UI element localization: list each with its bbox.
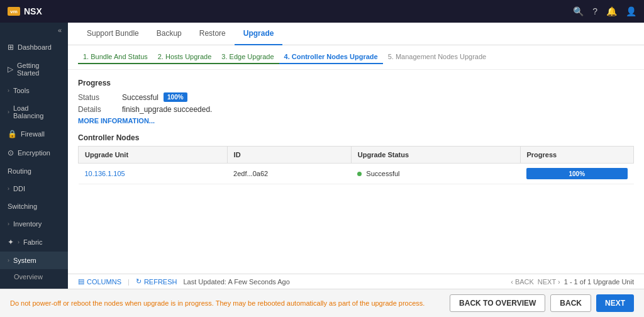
topbar-icons: 🔍 ? 🔔 👤	[573, 6, 636, 16]
dashboard-icon: ⊞	[8, 43, 14, 52]
sidebar-item-label: Tools	[13, 87, 30, 94]
help-icon[interactable]: ?	[592, 6, 597, 16]
sidebar-item-label: Encryption	[18, 149, 50, 157]
expand-icon: ›	[8, 257, 9, 264]
step-bundle-status[interactable]: 1. Bundle And Status	[78, 50, 153, 64]
timestamp-label: Last Updated: A Few Seconds Ago	[183, 278, 289, 286]
cell-progress: 100%	[520, 164, 634, 184]
back-to-overview-button[interactable]: BACK TO OVERVIEW	[450, 294, 545, 312]
controller-nodes-section: Controller Nodes Upgrade Unit ID Upgrade…	[78, 133, 634, 184]
search-icon[interactable]: 🔍	[573, 6, 584, 16]
logo: vm NSX	[8, 6, 42, 16]
main-content-area: Support Bundle Backup Restore Upgrade 1.…	[68, 23, 644, 289]
columns-button[interactable]: ▤ COLUMNS	[78, 277, 121, 286]
sidebar-item-label: Inventory	[13, 220, 42, 228]
status-row: Status Successful 100%	[78, 92, 634, 102]
sidebar-item-label: Switching	[8, 203, 37, 210]
sidebar-item-ddi[interactable]: › DDI	[0, 180, 68, 197]
cell-upgrade-unit: 10.136.1.105	[79, 164, 228, 184]
status-dot-icon	[357, 172, 362, 176]
firewall-icon: 🔒	[8, 130, 17, 138]
sidebar-item-load-balancing[interactable]: › Load Balancing	[0, 99, 68, 125]
pagination-next-btn[interactable]: NEXT ›	[538, 278, 560, 286]
step-hosts-upgrade[interactable]: 2. Hosts Upgrade	[153, 50, 217, 64]
tab-upgrade[interactable]: Upgrade	[235, 23, 283, 45]
tab-support-bundle[interactable]: Support Bundle	[78, 23, 148, 45]
footer-warning: Do not power-off or reboot the nodes whe…	[10, 299, 425, 307]
expand-icon: ›	[8, 186, 9, 192]
table-header-row: Upgrade Unit ID Upgrade Status Progress	[79, 147, 634, 164]
status-value: Successful	[122, 93, 158, 102]
controller-nodes-table: Upgrade Unit ID Upgrade Status Progress …	[78, 146, 634, 184]
progress-badge: 100%	[164, 92, 187, 102]
cell-status: Successful	[351, 164, 520, 184]
getting-started-icon: ▷	[8, 65, 13, 74]
sidebar-item-label: Routing	[8, 167, 31, 175]
sidebar-item-label: Dashboard	[18, 43, 52, 51]
details-row: Details finish_upgrade succeeded.	[78, 105, 634, 114]
step-management-upgrade[interactable]: 5. Management Nodes Upgrade	[383, 50, 492, 64]
sidebar-item-label: Firewall	[21, 130, 45, 138]
sidebar-sub-label: Overview	[14, 273, 43, 281]
sidebar-sub-item-overview[interactable]: Overview	[0, 269, 68, 284]
pagination-count: 1 - 1 of 1 Upgrade Unit	[564, 278, 634, 286]
details-value: finish_upgrade succeeded.	[122, 105, 212, 114]
sidebar-item-switching[interactable]: Switching	[0, 197, 68, 215]
pagination: ‹ BACK NEXT › 1 - 1 of 1 Upgrade Unit	[511, 278, 634, 286]
pagination-back-btn[interactable]: ‹ BACK	[511, 278, 534, 286]
vm-icon: vm	[8, 7, 20, 16]
cell-id: 2edf...0a62	[227, 164, 351, 184]
bell-icon[interactable]: 🔔	[606, 6, 617, 16]
more-info-link[interactable]: MORE INFORMATION...	[78, 117, 634, 125]
sidebar-item-label: Getting Started	[17, 62, 60, 77]
sidebar-item-firewall[interactable]: 🔒 Firewall	[0, 125, 68, 143]
sidebar-item-fabric[interactable]: ✦ › Fabric	[0, 233, 68, 252]
sidebar-item-getting-started[interactable]: ▷ Getting Started	[0, 57, 68, 82]
page-content: Progress Status Successful 100% Details …	[68, 70, 644, 274]
step-controller-upgrade[interactable]: 4. Controller Nodes Upgrade	[279, 50, 383, 64]
columns-icon: ▤	[78, 277, 84, 286]
sidebar-item-encryption[interactable]: ⊙ Encryption	[0, 143, 68, 162]
sidebar: « ⊞ Dashboard ▷ Getting Started › Tools …	[0, 23, 68, 289]
sidebar-item-inventory[interactable]: › Inventory	[0, 215, 68, 233]
topbar: vm NSX 🔍 ? 🔔 👤	[0, 0, 644, 23]
table-row: 10.136.1.105 2edf...0a62 Successful 100%	[79, 164, 634, 184]
col-upgrade-unit: Upgrade Unit	[79, 147, 228, 164]
sidebar-item-label: Load Balancing	[13, 104, 60, 120]
expand-icon: ›	[8, 87, 9, 94]
tab-restore[interactable]: Restore	[191, 23, 235, 45]
sidebar-item-label: System	[13, 257, 36, 264]
warning-text: Do not power-off or reboot the nodes	[10, 299, 123, 307]
warning-detail: when upgrade is in progress. They may be…	[123, 299, 425, 307]
bottom-toolbar: ▤ COLUMNS | ↻ REFRESH Last Updated: A Fe…	[68, 274, 644, 289]
progress-section-title: Progress	[78, 79, 634, 87]
user-icon[interactable]: 👤	[626, 6, 636, 16]
upgrade-unit-link[interactable]: 10.136.1.105	[85, 170, 125, 177]
sidebar-sub-item-trust[interactable]: Trust	[0, 284, 68, 289]
col-id: ID	[227, 147, 351, 164]
progress-bar: 100%	[526, 168, 628, 179]
status-text: Successful	[366, 170, 399, 177]
sidebar-item-dashboard[interactable]: ⊞ Dashboard	[0, 38, 68, 57]
back-button[interactable]: BACK	[550, 294, 591, 312]
sidebar-item-system[interactable]: › System	[0, 252, 68, 269]
step-bar: 1. Bundle And Status 2. Hosts Upgrade 3.…	[68, 45, 644, 70]
tab-bar: Support Bundle Backup Restore Upgrade	[68, 23, 644, 45]
col-progress: Progress	[520, 147, 634, 164]
encryption-icon: ⊙	[8, 148, 14, 157]
sidebar-collapse-btn[interactable]: «	[0, 23, 68, 38]
details-label: Details	[78, 105, 122, 114]
controller-nodes-title: Controller Nodes	[78, 133, 634, 142]
expand-icon: ›	[18, 239, 19, 245]
sidebar-item-tools[interactable]: › Tools	[0, 82, 68, 99]
footer-buttons: BACK TO OVERVIEW BACK NEXT	[450, 294, 634, 312]
expand-icon: ›	[8, 109, 9, 115]
step-edge-upgrade[interactable]: 3. Edge Upgrade	[216, 50, 279, 64]
col-upgrade-status: Upgrade Status	[351, 147, 520, 164]
status-label: Status	[78, 93, 122, 102]
refresh-button[interactable]: ↻ REFRESH	[136, 277, 177, 286]
sidebar-item-routing[interactable]: Routing	[0, 162, 68, 180]
app-title: NSX	[24, 6, 42, 16]
next-button[interactable]: NEXT	[596, 294, 634, 312]
tab-backup[interactable]: Backup	[148, 23, 191, 45]
